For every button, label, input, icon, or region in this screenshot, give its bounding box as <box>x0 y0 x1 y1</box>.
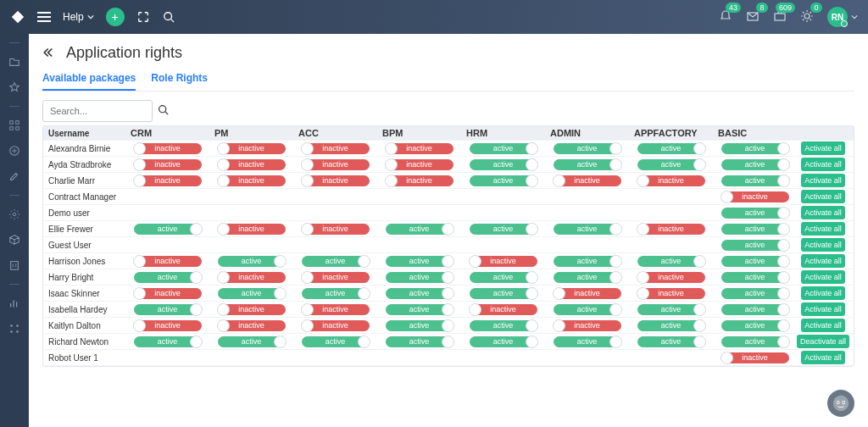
notification-mail[interactable]: 8 <box>746 9 760 25</box>
status-toggle[interactable]: active <box>637 143 705 154</box>
status-toggle[interactable]: inactive <box>554 320 621 331</box>
status-toggle[interactable]: inactive <box>637 175 705 186</box>
status-toggle[interactable]: active <box>721 288 789 299</box>
activate-all-button[interactable]: Activate all <box>801 158 845 171</box>
status-toggle[interactable]: active <box>721 143 789 154</box>
status-toggle[interactable]: inactive <box>302 159 370 170</box>
status-toggle[interactable]: active <box>554 336 621 347</box>
status-toggle[interactable]: active <box>721 256 789 267</box>
theme-toggle[interactable]: 0 <box>800 9 814 25</box>
status-toggle[interactable]: active <box>470 159 537 170</box>
status-toggle[interactable]: active <box>218 336 286 347</box>
search-submit-icon[interactable] <box>158 104 169 118</box>
chart-icon[interactable] <box>8 297 21 310</box>
status-toggle[interactable]: active <box>470 288 537 299</box>
status-toggle[interactable]: active <box>470 224 537 235</box>
status-toggle[interactable]: active <box>721 272 789 283</box>
activate-all-button[interactable]: Activate all <box>801 286 845 300</box>
status-toggle[interactable]: active <box>302 288 370 299</box>
status-toggle[interactable]: active <box>134 224 202 235</box>
activate-all-button[interactable]: Activate all <box>801 319 845 332</box>
status-toggle[interactable]: active <box>554 159 621 170</box>
status-toggle[interactable]: inactive <box>218 143 286 154</box>
status-toggle[interactable]: active <box>386 336 453 347</box>
status-toggle[interactable]: inactive <box>302 272 370 283</box>
status-toggle[interactable]: inactive <box>637 288 705 299</box>
status-toggle[interactable]: active <box>386 288 453 299</box>
status-toggle[interactable]: inactive <box>386 159 453 170</box>
status-toggle[interactable]: active <box>554 224 621 235</box>
status-toggle[interactable]: active <box>134 272 202 283</box>
status-toggle[interactable]: active <box>637 304 705 315</box>
activate-all-button[interactable]: Activate all <box>801 141 845 155</box>
gear-icon[interactable] <box>8 208 21 221</box>
activate-all-button[interactable]: Activate all <box>801 222 845 236</box>
user-menu[interactable]: RN <box>827 7 858 27</box>
search-icon[interactable] <box>162 10 175 24</box>
tab-role-rights[interactable]: Role Rights <box>151 67 208 91</box>
status-toggle[interactable]: active <box>386 272 453 283</box>
status-toggle[interactable]: active <box>470 143 537 154</box>
status-toggle[interactable]: active <box>721 304 789 315</box>
status-toggle[interactable]: active <box>470 272 537 283</box>
status-toggle[interactable]: active <box>637 256 705 267</box>
deactivate-all-button[interactable]: Deactivate all <box>797 335 849 348</box>
activate-all-button[interactable]: Activate all <box>801 206 845 219</box>
status-toggle[interactable]: inactive <box>134 143 202 154</box>
status-toggle[interactable]: active <box>134 336 202 347</box>
back-button[interactable] <box>42 47 58 60</box>
status-toggle[interactable]: inactive <box>134 175 202 186</box>
help-menu[interactable]: Help <box>63 11 94 23</box>
folder-icon[interactable] <box>8 55 21 69</box>
status-toggle[interactable]: inactive <box>134 288 202 299</box>
status-toggle[interactable]: active <box>721 240 789 251</box>
status-toggle[interactable]: inactive <box>134 320 202 331</box>
status-toggle[interactable]: active <box>637 159 705 170</box>
status-toggle[interactable]: inactive <box>386 175 453 186</box>
status-toggle[interactable]: active <box>721 320 789 331</box>
status-toggle[interactable]: active <box>637 320 705 331</box>
status-toggle[interactable]: active <box>554 143 621 154</box>
status-toggle[interactable]: active <box>302 256 370 267</box>
status-toggle[interactable]: inactive <box>721 352 789 363</box>
status-toggle[interactable]: inactive <box>302 304 370 315</box>
status-toggle[interactable]: active <box>386 320 453 331</box>
status-toggle[interactable]: inactive <box>134 256 202 267</box>
status-toggle[interactable]: inactive <box>554 175 621 186</box>
status-toggle[interactable]: active <box>721 159 789 170</box>
status-toggle[interactable]: active <box>134 304 202 315</box>
hamburger-icon[interactable] <box>37 12 51 22</box>
status-toggle[interactable]: active <box>721 224 789 235</box>
status-toggle[interactable]: inactive <box>302 143 370 154</box>
status-toggle[interactable]: active <box>218 256 286 267</box>
status-toggle[interactable]: inactive <box>302 224 370 235</box>
status-toggle[interactable]: inactive <box>302 175 370 186</box>
building-icon[interactable] <box>8 258 21 272</box>
status-toggle[interactable]: active <box>470 175 537 186</box>
activate-all-button[interactable]: Activate all <box>801 302 845 316</box>
status-toggle[interactable]: active <box>721 175 789 186</box>
activate-all-button[interactable]: Activate all <box>801 270 845 284</box>
status-toggle[interactable]: inactive <box>218 320 286 331</box>
activate-all-button[interactable]: Activate all <box>801 238 845 252</box>
notification-bell[interactable]: 43 <box>719 9 732 25</box>
status-toggle[interactable]: active <box>470 320 537 331</box>
status-toggle[interactable]: active <box>302 336 370 347</box>
status-toggle[interactable]: inactive <box>386 143 453 154</box>
status-toggle[interactable]: inactive <box>637 224 705 235</box>
status-toggle[interactable]: active <box>554 256 621 267</box>
status-toggle[interactable]: active <box>386 256 453 267</box>
cube-icon[interactable] <box>8 233 21 247</box>
status-toggle[interactable]: inactive <box>218 224 286 235</box>
status-toggle[interactable]: active <box>218 288 286 299</box>
plus-circle-icon[interactable] <box>8 144 21 158</box>
status-toggle[interactable]: inactive <box>470 256 537 267</box>
status-toggle[interactable]: inactive <box>554 288 621 299</box>
status-toggle[interactable]: active <box>721 208 789 219</box>
activate-all-button[interactable]: Activate all <box>801 174 845 187</box>
status-toggle[interactable]: active <box>470 336 537 347</box>
activate-all-button[interactable]: Activate all <box>801 190 845 203</box>
fullscreen-icon[interactable] <box>136 10 150 24</box>
status-toggle[interactable]: inactive <box>637 272 705 283</box>
status-toggle[interactable]: inactive <box>134 159 202 170</box>
